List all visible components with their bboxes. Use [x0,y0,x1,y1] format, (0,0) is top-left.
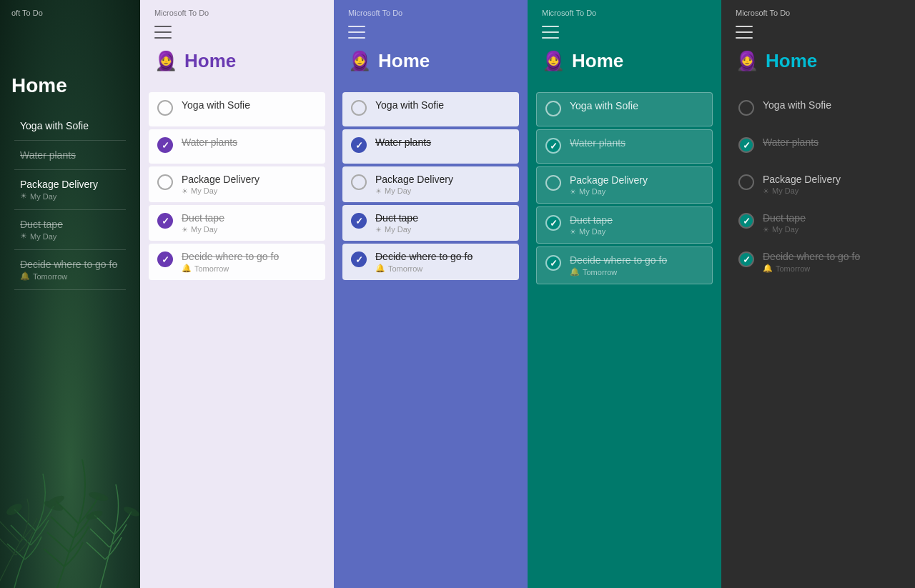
sun-icon: ☀ [182,187,188,195]
task-checkbox[interactable] [545,101,561,116]
home-emoji-p5: 🧕 [736,50,758,72]
task-item[interactable]: Yoga with Sofie [149,92,325,126]
task-checkbox[interactable]: ✓ [545,255,561,271]
task-item[interactable]: ✓ Duct tape ☀ My Day [342,205,519,241]
task-item[interactable]: Package Delivery ☀ My Day [342,166,519,202]
task-checkbox[interactable] [351,174,367,190]
task-title: Yoga with Sofie [763,99,898,111]
tomorrow-label: Tomorrow [583,268,617,276]
task-title: Duct tape [20,219,120,230]
task-checkbox[interactable]: ✓ [738,137,754,153]
task-item[interactable]: ✓ Water plants [730,129,906,164]
task-title: Water plants [20,149,120,161]
task-item[interactable]: Yoga with Sofie [536,92,713,126]
task-item[interactable]: Package Delivery ☀ My Day [149,166,325,202]
task-meta: ☀ My Day [182,225,317,234]
task-item[interactable]: Yoga with Sofie [730,92,906,126]
task-checkbox[interactable]: ✓ [157,251,173,267]
task-meta: 🔔 Tomorrow [182,264,317,273]
task-item[interactable]: ✓ Water plants [149,129,325,164]
task-item[interactable]: Water plants [14,141,126,170]
hamburger-menu[interactable] [736,26,753,39]
task-checkbox[interactable] [545,175,561,191]
task-title: Package Delivery [570,174,703,186]
task-item[interactable]: ✓ Decide where to go fo 🔔 Tomorrow [342,244,519,280]
task-item[interactable]: Decide where to go fo 🔔 Tomorrow [14,250,126,290]
task-checkbox[interactable]: ✓ [351,137,367,153]
task-checkbox[interactable] [738,100,754,116]
task-checkbox[interactable] [157,174,173,190]
task-item[interactable]: ✓ Duct tape ☀ My Day [149,205,325,241]
task-list-p4: Yoga with Sofie ✓ Water plants Package D… [528,92,721,284]
home-text-p3: Home [378,50,430,72]
task-item[interactable]: ✓ Water plants [536,129,713,164]
task-item[interactable]: Package Delivery ☀ My Day [730,166,906,202]
app-title-p1: oft To Do [11,9,129,17]
task-item[interactable]: ✓ Duct tape ☀ My Day [536,206,713,244]
checkmark-icon: ✓ [550,219,558,228]
task-title: Water plants [182,136,317,148]
task-item[interactable]: Duct tape ☀ My Day [14,210,126,250]
my-day-label: My Day [191,186,217,195]
task-content: Yoga with Sofie [375,99,510,111]
task-title: Water plants [763,136,898,148]
task-checkbox[interactable]: ✓ [738,213,754,229]
sun-icon: ☀ [763,226,769,234]
task-item[interactable]: Yoga with Sofie [14,111,126,141]
task-checkbox[interactable]: ✓ [545,215,561,231]
home-emoji-p4: 🧕 [542,50,565,72]
task-content: Decide where to go fo 🔔 Tomorrow [570,254,703,276]
task-item[interactable]: ✓ Decide where to go fo 🔔 Tomorrow [730,244,906,280]
task-item[interactable]: ✓ Decide where to go fo 🔔 Tomorrow [536,246,713,284]
task-title: Duct tape [570,214,703,226]
bell-icon: 🔔 [182,264,192,273]
task-item[interactable]: Package Delivery ☀ My Day [14,170,126,210]
my-day-label: My Day [579,227,605,236]
task-title: Yoga with Sofie [182,99,317,111]
checkmark-icon: ✓ [743,216,751,226]
task-checkbox[interactable] [157,100,173,116]
panel-teal: Microsoft To Do 🧕 Home Yoga with Sofie ✓… [528,0,721,588]
task-checkbox[interactable]: ✓ [738,251,754,267]
tomorrow-label: Tomorrow [388,264,422,273]
panel-header: Microsoft To Do 🧕 Home [334,0,528,92]
task-checkbox[interactable]: ✓ [157,213,173,229]
task-item[interactable]: ✓ Water plants [342,129,519,164]
task-list-p5: Yoga with Sofie ✓ Water plants Package D… [721,92,915,280]
task-meta: ☀ My Day [763,225,898,234]
task-title: Yoga with Sofie [375,99,510,111]
task-title: Decide where to go fo [20,259,120,270]
task-list-p1: Yoga with Sofie Water plants Package Del… [11,111,129,290]
checkmark-icon: ✓ [355,216,363,226]
task-checkbox[interactable]: ✓ [351,251,367,267]
hamburger-menu[interactable] [542,26,559,39]
task-meta: ☀ My Day [20,191,120,201]
task-item[interactable]: Package Delivery ☀ My Day [536,166,713,204]
task-item[interactable]: Yoga with Sofie [342,92,519,126]
task-checkbox[interactable] [738,174,754,190]
home-title-p1: Home [11,74,67,97]
task-title: Duct tape [182,212,317,224]
app-title-p2: Microsoft To Do [154,9,320,17]
task-item[interactable]: ✓ Decide where to go fo 🔔 Tomorrow [149,244,325,280]
hamburger-menu[interactable] [154,26,172,39]
sun-icon: ☀ [375,226,382,234]
task-checkbox[interactable]: ✓ [157,137,173,153]
task-content: Duct tape ☀ My Day [375,212,510,234]
task-content: Water plants [763,136,898,148]
task-content: Package Delivery ☀ My Day [375,174,510,195]
panel-light-purple: Microsoft To Do 🧕 Home Yoga with Sofie ✓… [140,0,334,588]
task-checkbox[interactable]: ✓ [351,213,367,229]
task-checkbox[interactable]: ✓ [545,138,561,154]
task-checkbox[interactable] [351,100,367,116]
task-content: Water plants [182,136,317,148]
task-content: Duct tape ☀ My Day [182,212,317,234]
panel-header: Microsoft To Do 🧕 Home [140,0,334,92]
task-content: Decide where to go fo 🔔 Tomorrow [182,251,317,273]
task-title: Decide where to go fo [763,251,898,262]
hamburger-menu[interactable] [348,26,365,39]
task-content: Duct tape ☀ My Day [570,214,703,236]
tomorrow-label: Tomorrow [33,272,67,281]
task-item[interactable]: ✓ Duct tape ☀ My Day [730,205,906,241]
task-title: Decide where to go fo [570,254,703,266]
